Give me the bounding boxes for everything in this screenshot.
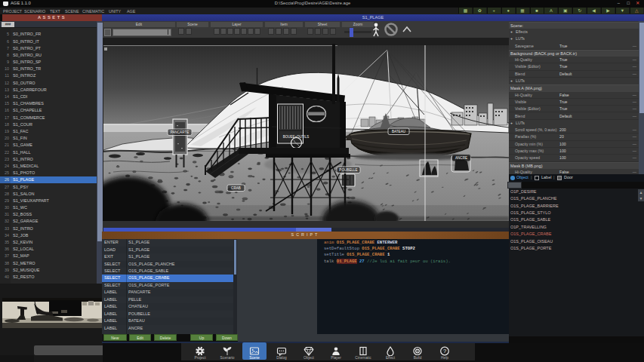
svg-text:PANCARTE: PANCARTE xyxy=(171,131,190,135)
svg-text:POUBELLE: POUBELLE xyxy=(339,169,357,173)
svg-text:ANCRE: ANCRE xyxy=(455,157,467,161)
svg-text:?: ? xyxy=(443,348,446,354)
svg-text:CRAB: CRAB xyxy=(231,187,241,191)
svg-text:BATEAU: BATEAU xyxy=(392,130,405,134)
svg-text:BOUEE+OUTILS: BOUEE+OUTILS xyxy=(283,135,310,139)
